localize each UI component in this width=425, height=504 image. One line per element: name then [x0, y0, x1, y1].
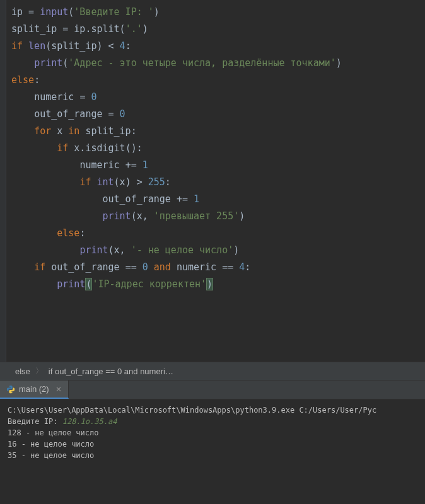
python-icon: [6, 385, 15, 394]
run-tabs: main (2) ✕: [0, 381, 425, 399]
code-editor[interactable]: ip = input('Введите IP: ') split_ip = ip…: [0, 0, 425, 362]
breadcrumb-item[interactable]: else: [11, 367, 34, 376]
tab-label: main (2): [19, 384, 49, 394]
tab-main[interactable]: main (2) ✕: [0, 381, 69, 399]
chevron-right-icon: 〉: [34, 365, 45, 377]
breadcrumb[interactable]: else 〉 if out_of_range == 0 and numeri…: [0, 362, 425, 381]
close-icon[interactable]: ✕: [55, 385, 62, 394]
run-console[interactable]: C:\Users\User\AppData\Local\Microsoft\Wi…: [0, 399, 425, 504]
code-area[interactable]: ip = input('Введите IP: ') split_ip = ip…: [0, 0, 425, 297]
editor-gutter: [0, 0, 6, 362]
breadcrumb-item[interactable]: if out_of_range == 0 and numeri…: [45, 367, 177, 376]
